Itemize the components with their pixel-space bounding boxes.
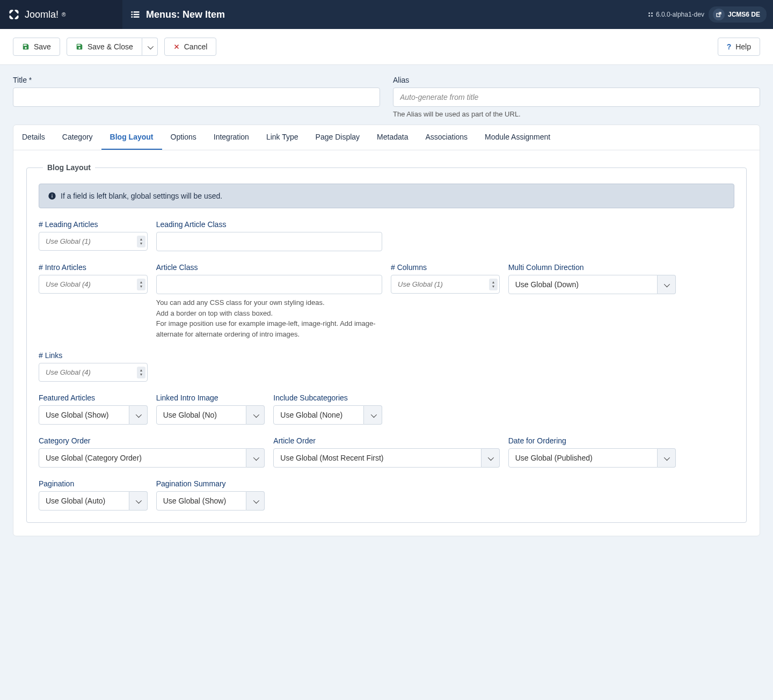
- number-spinner-icon[interactable]: ▴▾: [137, 367, 145, 378]
- featured-select[interactable]: Use Global (Show): [39, 405, 148, 425]
- user-menu[interactable]: JCMS6 DE: [709, 6, 767, 23]
- svg-rect-2: [132, 14, 133, 16]
- include-subcat-group: Include Subcategories Use Global (None): [273, 393, 382, 425]
- title-alias-row: Title * Alias The Alias will be used as …: [0, 65, 773, 125]
- multi-col-dir-label: Multi Column Direction: [508, 263, 676, 272]
- version-link[interactable]: 6.0.0-alpha1-dev: [647, 11, 704, 18]
- include-subcat-label: Include Subcategories: [273, 393, 382, 402]
- svg-rect-1: [134, 11, 140, 13]
- leading-articles-input[interactable]: [39, 232, 148, 251]
- pagination-select[interactable]: Use Global (Auto): [39, 491, 148, 511]
- intro-articles-input[interactable]: [39, 275, 148, 294]
- title-input[interactable]: [13, 88, 380, 107]
- tab-blog-layout[interactable]: Blog Layout: [101, 125, 162, 150]
- tab-metadata[interactable]: Metadata: [368, 125, 417, 150]
- multi-col-dir-select[interactable]: Use Global (Down): [508, 275, 676, 294]
- form-grid: # Leading Articles ▴▾ Leading Article Cl…: [39, 220, 734, 511]
- joomla-small-icon: [647, 11, 654, 18]
- tab-page-display[interactable]: Page Display: [307, 125, 369, 150]
- chevron-down-icon: [246, 448, 265, 468]
- pagination-summary-select[interactable]: Use Global (Show): [156, 491, 265, 511]
- article-class-label: Article Class: [156, 263, 382, 272]
- leading-class-input[interactable]: [156, 232, 382, 251]
- menu-list-icon: [130, 9, 141, 20]
- article-class-input[interactable]: [156, 275, 382, 294]
- category-order-label: Category Order: [39, 436, 265, 445]
- joomla-logo[interactable]: Joomla! ®: [6, 7, 65, 22]
- linked-intro-value: Use Global (No): [156, 405, 247, 425]
- article-class-help: You can add any CSS class for your own s…: [156, 297, 382, 339]
- svg-rect-5: [134, 16, 140, 18]
- tab-link-type[interactable]: Link Type: [258, 125, 307, 150]
- svg-rect-4: [132, 16, 133, 18]
- info-banner: If a field is left blank, global setting…: [39, 184, 734, 208]
- leading-class-group: Leading Article Class: [156, 220, 382, 251]
- user-label: JCMS6 DE: [728, 11, 760, 18]
- chevron-down-icon: [246, 405, 265, 425]
- pagination-value: Use Global (Auto): [39, 491, 129, 511]
- fieldset-legend: Blog Layout: [43, 163, 95, 172]
- version-text: 6.0.0-alpha1-dev: [656, 11, 704, 18]
- tab-module-assignment[interactable]: Module Assignment: [476, 125, 559, 150]
- links-input-wrap: ▴▾: [39, 363, 148, 382]
- linked-intro-select[interactable]: Use Global (No): [156, 405, 265, 425]
- title-label: Title *: [13, 76, 380, 84]
- tab-options[interactable]: Options: [162, 125, 205, 150]
- help-icon: ?: [727, 42, 732, 51]
- category-order-value: Use Global (Category Order): [39, 448, 246, 468]
- svg-point-8: [648, 15, 650, 17]
- blog-layout-fieldset: Blog Layout If a field is left blank, gl…: [26, 163, 747, 523]
- cancel-button[interactable]: Cancel: [164, 38, 217, 56]
- featured-value: Use Global (Show): [39, 405, 129, 425]
- svg-rect-0: [132, 11, 133, 13]
- tab-integration[interactable]: Integration: [205, 125, 258, 150]
- include-subcat-select[interactable]: Use Global (None): [273, 405, 382, 425]
- tab-category[interactable]: Category: [54, 125, 101, 150]
- close-icon: [173, 43, 180, 50]
- save-close-caret[interactable]: [142, 38, 158, 56]
- pagination-group: Pagination Use Global (Auto): [39, 479, 148, 511]
- article-order-value: Use Global (Most Recent First): [273, 448, 481, 468]
- chevron-down-icon: [148, 42, 152, 51]
- leading-class-label: Leading Article Class: [156, 220, 382, 229]
- help-button[interactable]: ? Help: [718, 38, 760, 56]
- cancel-label: Cancel: [184, 42, 208, 51]
- date-ordering-group: Date for Ordering Use Global (Published): [508, 436, 676, 468]
- tab-associations[interactable]: Associations: [417, 125, 476, 150]
- help-label: Help: [735, 42, 751, 51]
- alias-input[interactable]: [393, 88, 760, 107]
- pagination-summary-value: Use Global (Show): [156, 491, 247, 511]
- linked-intro-label: Linked Intro Image: [156, 393, 265, 402]
- date-ordering-select[interactable]: Use Global (Published): [508, 448, 676, 468]
- chevron-down-icon: [658, 448, 676, 468]
- tab-details[interactable]: Details: [13, 125, 54, 150]
- number-spinner-icon[interactable]: ▴▾: [137, 236, 145, 247]
- chevron-down-icon: [246, 491, 265, 511]
- columns-group: # Columns ▴▾: [391, 263, 500, 339]
- multi-col-dir-value: Use Global (Down): [508, 275, 658, 294]
- alias-column: Alias The Alias will be used as part of …: [393, 76, 760, 118]
- article-order-select[interactable]: Use Global (Most Recent First): [273, 448, 499, 468]
- number-spinner-icon[interactable]: ▴▾: [137, 279, 145, 290]
- svg-point-9: [651, 15, 653, 17]
- title-column: Title *: [13, 76, 380, 118]
- save-button[interactable]: Save: [13, 38, 60, 56]
- featured-label: Featured Articles: [39, 393, 148, 402]
- save-close-group: Save & Close: [67, 38, 158, 56]
- columns-input-wrap: ▴▾: [391, 275, 500, 294]
- chevron-down-icon: [364, 405, 382, 425]
- columns-input[interactable]: [391, 275, 500, 294]
- chevron-down-icon: [129, 491, 148, 511]
- date-ordering-value: Use Global (Published): [508, 448, 658, 468]
- pagination-summary-group: Pagination Summary Use Global (Show): [156, 479, 265, 511]
- intro-articles-input-wrap: ▴▾: [39, 275, 148, 294]
- links-input[interactable]: [39, 363, 148, 382]
- save-label: Save: [34, 42, 51, 51]
- chevron-down-icon: [658, 275, 676, 294]
- save-close-button[interactable]: Save & Close: [67, 38, 142, 56]
- multi-col-dir-group: Multi Column Direction Use Global (Down): [508, 263, 676, 339]
- links-label: # Links: [39, 351, 148, 360]
- save-icon: [22, 43, 30, 50]
- category-order-select[interactable]: Use Global (Category Order): [39, 448, 265, 468]
- number-spinner-icon[interactable]: ▴▾: [489, 279, 498, 290]
